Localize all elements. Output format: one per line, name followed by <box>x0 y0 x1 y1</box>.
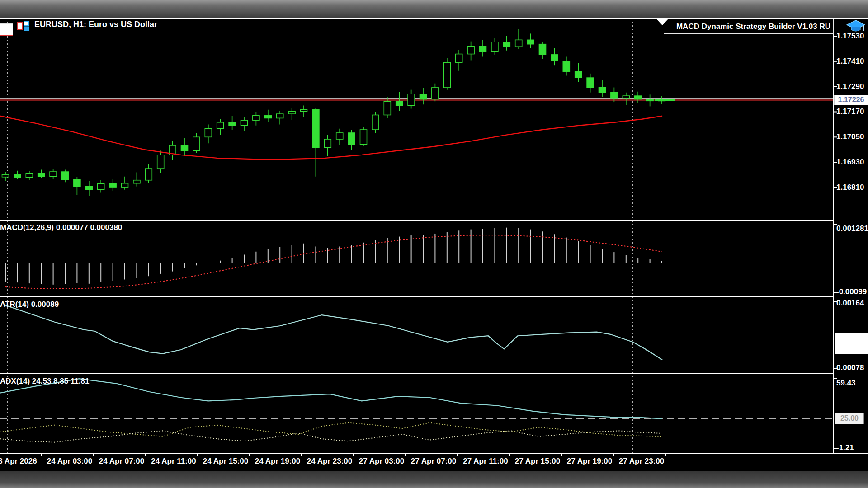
adx-minus-di-line <box>0 431 662 442</box>
candle-body <box>635 96 642 99</box>
time-tick-label: 24 Apr 11:00 <box>151 457 196 466</box>
chart-window-icon <box>17 21 30 32</box>
candle-body <box>217 122 224 129</box>
candle-body <box>62 172 69 179</box>
atr-panel-label: ATR(14) 0.00089 <box>0 300 59 309</box>
candle-body <box>181 145 188 151</box>
candle-body <box>122 183 128 187</box>
candle-body <box>241 120 248 126</box>
adx-axis-min: -1.21 <box>836 443 854 452</box>
candle-body <box>301 110 307 112</box>
time-tick-label: 27 Apr 15:00 <box>515 457 560 466</box>
time-tick-label: 24 Apr 03:00 <box>47 457 92 466</box>
candle-body <box>372 115 379 130</box>
candle-body <box>277 114 283 118</box>
time-tick-label: 3 Apr 2026 <box>0 457 37 466</box>
macd-axis-max: 0.001281 <box>836 224 868 233</box>
candle-body <box>312 110 319 148</box>
candle-body <box>145 169 152 180</box>
candle-body <box>443 62 450 88</box>
candle-body <box>253 116 259 120</box>
time-tick-label: 27 Apr 11:00 <box>463 457 508 466</box>
candle-body <box>26 173 33 177</box>
candle-body <box>229 122 236 126</box>
candle-body <box>348 133 355 145</box>
price-tick-label: 1.17170 <box>836 107 864 116</box>
candle-body <box>491 42 498 51</box>
time-tick-label: 24 Apr 15:00 <box>203 457 248 466</box>
time-tick-label: 27 Apr 03:00 <box>359 457 404 466</box>
candle-body <box>587 78 594 87</box>
candle-body <box>74 179 80 186</box>
candle-body <box>503 42 510 47</box>
price-tick-label: 1.16810 <box>836 183 864 192</box>
atr-line <box>5 305 662 360</box>
adx-plus-di-line <box>0 423 662 437</box>
candle-body <box>408 94 415 106</box>
candle-body <box>324 139 331 148</box>
candle-body <box>480 46 486 51</box>
time-tick-label: 24 Apr 19:00 <box>255 457 300 466</box>
candle-body <box>50 172 57 177</box>
candle-body <box>575 71 582 78</box>
candle-body <box>14 174 21 178</box>
price-tick-label: 1.17530 <box>836 32 864 41</box>
candle-body <box>157 155 164 169</box>
adx-main-line <box>0 379 662 419</box>
candle-body <box>420 94 427 99</box>
candle-body <box>133 180 140 183</box>
time-tick-label: 27 Apr 19:00 <box>567 457 612 466</box>
price-tick-label: 1.17410 <box>836 57 864 66</box>
price-tick-label: 1.16930 <box>836 158 864 167</box>
candle-body <box>599 88 606 93</box>
chart-title: EURUSD, H1: Euro vs US Dollar <box>34 20 157 29</box>
mt4-window: EURUSD, H1: Euro vs US Dollar MACD Dynam… <box>0 0 868 488</box>
candle-body <box>109 184 116 187</box>
candle-body <box>193 137 200 150</box>
candle-body <box>432 88 439 99</box>
adx-panel-label: ADX(14) 24.53 8.85 11.81 <box>0 377 90 386</box>
macd-signal-line <box>5 235 662 289</box>
candle-body <box>336 133 343 139</box>
atr-axis-max: 0.00164 <box>836 299 864 308</box>
candle-body <box>396 101 403 105</box>
ma-line <box>0 116 662 159</box>
macd-panel-label: MACD(12,26,9) 0.000077 0.000380 <box>0 223 122 232</box>
candle-body <box>623 96 629 98</box>
adx-axis-max: 59.43 <box>836 379 856 388</box>
time-tick-label: 24 Apr 07:00 <box>99 457 144 466</box>
price-tick-label: 1.17050 <box>836 132 864 141</box>
candle-body <box>2 174 9 177</box>
candle-body <box>611 93 618 98</box>
candle-body <box>646 99 653 101</box>
partial-price-label <box>0 23 13 36</box>
candle-body <box>551 55 558 61</box>
candle-body <box>527 40 534 44</box>
candle-body <box>98 184 104 190</box>
atr-axis-blank-box <box>835 333 868 354</box>
candle-body <box>288 112 295 114</box>
indicator-banner: MACD Dynamic Strategy Builder V1.03 RU <box>664 19 834 34</box>
candle-body <box>384 101 391 115</box>
candle-body <box>467 46 474 54</box>
atr-axis-min: 0.00078 <box>836 363 864 372</box>
candle-body <box>205 129 212 137</box>
macd-axis-min: -0.00099 <box>836 287 867 296</box>
indicator-banner-text: MACD Dynamic Strategy Builder V1.03 RU <box>676 22 833 31</box>
candle-body <box>563 61 570 71</box>
candle-body <box>85 187 92 190</box>
time-tick-label: 27 Apr 23:00 <box>619 457 664 466</box>
candle-body <box>539 44 546 55</box>
candle-body <box>515 40 522 47</box>
adx-level-box: 25.00 <box>835 413 864 424</box>
candle-body <box>456 54 462 63</box>
chart-canvas[interactable] <box>0 0 868 488</box>
candle-body <box>360 130 367 145</box>
candle-body <box>38 173 45 176</box>
time-tick-label: 27 Apr 07:00 <box>411 457 456 466</box>
candle-body <box>264 116 271 118</box>
current-price-label: 1.17226 <box>834 95 868 105</box>
price-tick-label: 1.17290 <box>836 82 864 91</box>
time-tick-label: 24 Apr 23:00 <box>307 457 352 466</box>
